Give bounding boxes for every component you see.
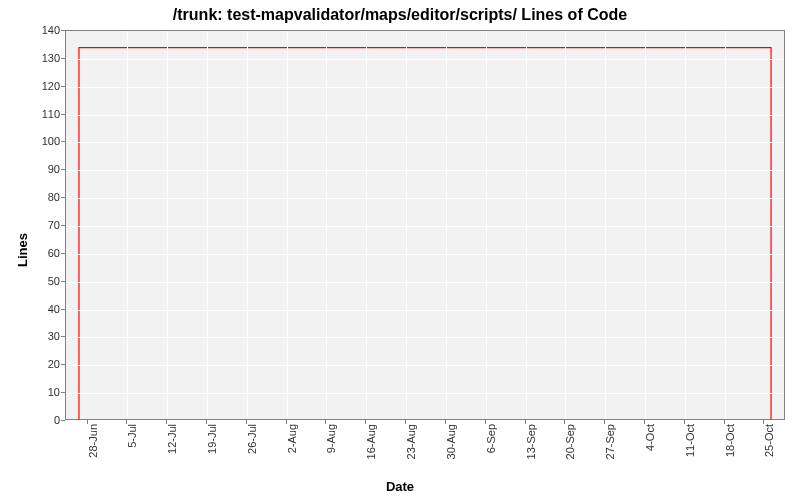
x-tick-label: 19-Jul	[206, 424, 218, 484]
x-tick-label: 27-Sep	[604, 424, 616, 484]
y-tick-label: 60	[20, 247, 60, 259]
y-tick-label: 20	[20, 358, 60, 370]
y-tick-label: 10	[20, 386, 60, 398]
grid-line	[66, 226, 784, 227]
y-tick-label: 90	[20, 163, 60, 175]
x-tick-label: 11-Oct	[684, 424, 696, 484]
y-tick-label: 40	[20, 303, 60, 315]
grid-line	[66, 142, 784, 143]
y-tick	[61, 114, 65, 115]
x-tick-label: 16-Aug	[365, 424, 377, 484]
grid-line	[287, 31, 288, 419]
grid-line	[66, 254, 784, 255]
line-series	[66, 31, 784, 419]
grid-line	[486, 31, 487, 419]
y-tick	[61, 141, 65, 142]
x-tick-label: 6-Sep	[485, 424, 497, 484]
y-tick	[61, 420, 65, 421]
x-tick-label: 5-Jul	[126, 424, 138, 484]
grid-line	[66, 170, 784, 171]
y-tick	[61, 253, 65, 254]
grid-line	[66, 282, 784, 283]
y-tick	[61, 392, 65, 393]
y-tick	[61, 30, 65, 31]
x-tick-label: 20-Sep	[564, 424, 576, 484]
grid-line	[66, 365, 784, 366]
y-tick	[61, 58, 65, 59]
grid-line	[725, 31, 726, 419]
y-tick-label: 130	[20, 52, 60, 64]
plot-area	[65, 30, 785, 420]
y-tick-label: 100	[20, 135, 60, 147]
grid-line	[66, 337, 784, 338]
y-tick	[61, 197, 65, 198]
grid-line	[366, 31, 367, 419]
grid-line	[66, 59, 784, 60]
grid-line	[127, 31, 128, 419]
y-tick	[61, 309, 65, 310]
y-tick-label: 140	[20, 24, 60, 36]
x-tick-label: 30-Aug	[445, 424, 457, 484]
y-tick-label: 80	[20, 191, 60, 203]
y-tick	[61, 169, 65, 170]
x-tick-label: 12-Jul	[166, 424, 178, 484]
grid-line	[406, 31, 407, 419]
grid-line	[66, 310, 784, 311]
x-tick-label: 25-Oct	[763, 424, 775, 484]
y-tick	[61, 86, 65, 87]
y-tick-label: 110	[20, 108, 60, 120]
grid-line	[207, 31, 208, 419]
x-tick-label: 23-Aug	[405, 424, 417, 484]
y-tick-label: 120	[20, 80, 60, 92]
grid-line	[326, 31, 327, 419]
y-tick-label: 50	[20, 275, 60, 287]
grid-line	[247, 31, 248, 419]
grid-line	[66, 87, 784, 88]
grid-line	[526, 31, 527, 419]
chart-frame: /trunk: test-mapvalidator/maps/editor/sc…	[0, 0, 800, 500]
y-tick-label: 30	[20, 330, 60, 342]
y-tick	[61, 336, 65, 337]
grid-line	[685, 31, 686, 419]
grid-line	[66, 198, 784, 199]
x-tick-label: 26-Jul	[246, 424, 258, 484]
chart-title: /trunk: test-mapvalidator/maps/editor/sc…	[0, 6, 800, 24]
grid-line	[66, 393, 784, 394]
y-tick-label: 0	[20, 414, 60, 426]
x-axis-label: Date	[0, 479, 800, 494]
grid-line	[605, 31, 606, 419]
grid-line	[446, 31, 447, 419]
x-tick-label: 4-Oct	[644, 424, 656, 484]
x-tick-label: 18-Oct	[724, 424, 736, 484]
grid-line	[565, 31, 566, 419]
x-tick-label: 2-Aug	[286, 424, 298, 484]
x-tick-label: 13-Sep	[525, 424, 537, 484]
y-tick	[61, 364, 65, 365]
grid-line	[645, 31, 646, 419]
grid-line	[66, 115, 784, 116]
grid-line	[167, 31, 168, 419]
x-tick-label: 28-Jun	[87, 424, 99, 484]
y-tick	[61, 281, 65, 282]
y-tick-label: 70	[20, 219, 60, 231]
x-tick-label: 9-Aug	[325, 424, 337, 484]
y-tick	[61, 225, 65, 226]
